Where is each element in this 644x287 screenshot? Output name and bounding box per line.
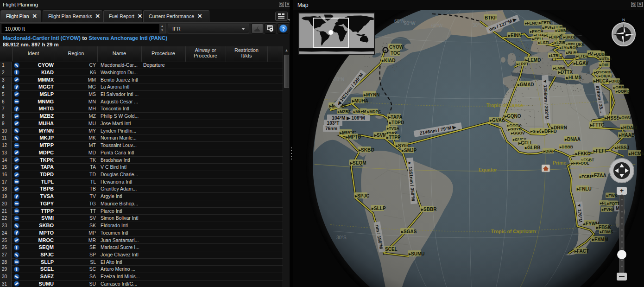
- svg-text:?: ?: [282, 26, 285, 32]
- svg-text:N: N: [622, 18, 625, 22]
- svg-text:+: +: [620, 187, 624, 194]
